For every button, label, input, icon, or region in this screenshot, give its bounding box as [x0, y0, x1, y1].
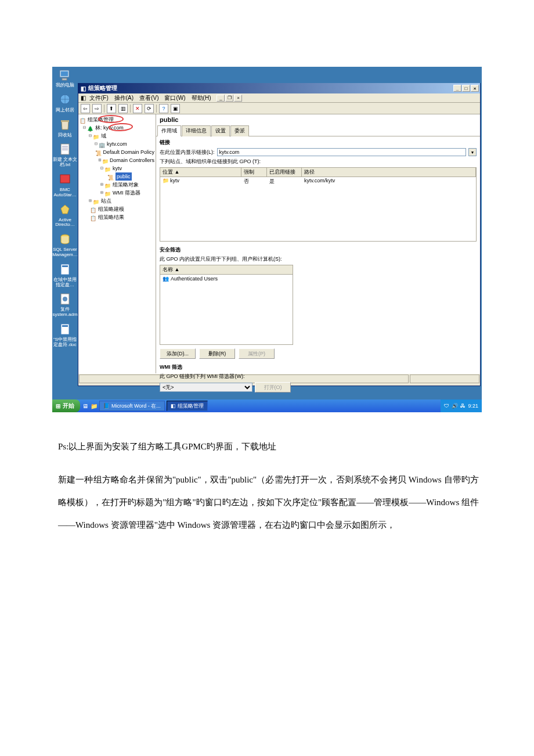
active-directory-icon[interactable]: Active Directo… — [52, 203, 78, 228]
system-adm-icon[interactable]: 复件 system.adm — [52, 292, 78, 318]
tree-public[interactable]: public — [116, 172, 132, 181]
show-hide-button[interactable]: ▥ — [118, 104, 128, 113]
col-link-enabled[interactable]: 已启用链接 — [267, 168, 302, 177]
tree-forest[interactable]: 林: kytv.com — [95, 124, 124, 132]
table-row[interactable]: 👥Authenticated Users — [163, 276, 290, 282]
mdi-icon: ◧ — [81, 95, 86, 101]
col-name[interactable]: 名称 ▲ — [160, 265, 293, 275]
tree-wmi-filters[interactable]: WMI 筛选器 — [113, 189, 140, 197]
links-desc: 下列站点、域和组织单位链接到此 GPO (T): — [160, 158, 477, 165]
expand-icon[interactable]: ⊞ — [98, 156, 102, 164]
col-enforced[interactable]: 强制 — [241, 168, 267, 177]
wmi-heading: WMI 筛选 — [160, 363, 477, 371]
table-row[interactable]: 📁kytv 否 是 kytv.com/kytv — [160, 177, 476, 186]
security-heading: 安全筛选 — [160, 246, 477, 254]
tray-icon[interactable]: 🖧 — [460, 403, 466, 409]
doc-file-icon[interactable]: "S中禁用指 定盘符.doc — [52, 322, 78, 348]
wmi-open-button[interactable]: 打开(O) — [255, 382, 291, 393]
tree-kytv[interactable]: kytv — [113, 164, 122, 172]
paragraph: 新建一种组方略命名并保留为"public"，双击"public"（必需先打开一次… — [58, 469, 479, 537]
tree-domains[interactable]: 域 — [101, 132, 106, 140]
tab-settings[interactable]: 设置 — [211, 125, 230, 136]
quicklaunch-icon[interactable]: 📁 — [91, 403, 98, 409]
tree-ddp[interactable]: Default Domain Policy — [103, 148, 154, 156]
content-pane: public 作用域 详细信息 设置 委派 链接 在此位置内显示链接(L): — [156, 114, 480, 373]
window-title: 组策略管理 — [88, 84, 117, 92]
tray-icon[interactable]: 🔊 — [452, 403, 458, 409]
up-button[interactable]: ⬆ — [107, 104, 116, 113]
location-input[interactable] — [217, 148, 467, 156]
menu-help[interactable]: 帮助(H) — [192, 94, 211, 102]
tree-dc[interactable]: Domain Controllers — [110, 156, 154, 164]
svg-rect-9 — [60, 175, 70, 183]
tree-root[interactable]: 📋组策略管理 — [80, 116, 154, 124]
menubar: ◧ 文件(F) 操作(A) 查看(V) 窗口(W) 帮助(H) _ ❐ × — [78, 93, 480, 103]
show-links-label: 在此位置内显示链接(L): — [160, 149, 215, 156]
my-computer-icon[interactable]: 我的电脑 — [52, 68, 78, 88]
expand-icon[interactable]: ⊟ — [88, 132, 93, 140]
tree-domain[interactable]: kytv.com — [107, 140, 127, 148]
back-button[interactable]: ⇦ — [81, 104, 90, 113]
menu-view[interactable]: 查看(V) — [139, 94, 158, 102]
start-button[interactable]: ⊞ 开始 — [52, 399, 80, 412]
mdi-restore-button[interactable]: ❐ — [225, 95, 233, 102]
domain-disable-icon[interactable]: 在域中禁用 指定盘… — [52, 262, 78, 288]
paragraph: Ps:以上界面为安装了组方略工具GPMC旳界面，下载地址 — [58, 435, 479, 458]
taskbar-item-gpmc[interactable]: ◧组策略管理 — [167, 401, 208, 411]
tree-gp-modeling[interactable]: 组策略建模 — [98, 205, 124, 213]
tree-sites[interactable]: 站点 — [101, 197, 111, 205]
network-places-icon[interactable]: 网上邻居 — [52, 93, 78, 113]
mdi-close-button[interactable]: × — [234, 95, 242, 102]
col-path[interactable]: 路径 — [302, 168, 476, 177]
location-dropdown-button[interactable]: ▼ — [468, 148, 477, 156]
help-button[interactable]: ? — [159, 104, 168, 113]
col-location[interactable]: 位置 ▲ — [160, 168, 241, 177]
expand-icon[interactable]: ⊞ — [88, 197, 93, 205]
tab-delegation[interactable]: 委派 — [230, 125, 249, 136]
properties-button[interactable]: 属性(P) — [239, 348, 275, 359]
clock[interactable]: 9:21 — [468, 403, 478, 409]
security-table: 名称 ▲ 👥Authenticated Users — [160, 265, 293, 345]
wmi-select[interactable]: <无> — [160, 383, 252, 392]
quicklaunch-icon[interactable]: 🖥 — [82, 403, 88, 409]
menu-file[interactable]: 文件(F) — [89, 94, 109, 102]
forward-button[interactable]: ⇨ — [92, 104, 102, 113]
expand-icon[interactable]: ⊟ — [99, 164, 104, 172]
tray-icon[interactable]: 🛡 — [444, 403, 449, 409]
recycle-bin-icon[interactable]: 回收站 — [52, 118, 78, 138]
svg-rect-4 — [61, 120, 69, 122]
svg-rect-5 — [61, 144, 69, 154]
new-text-file-icon[interactable]: 新建 文本文 档.txt — [52, 142, 78, 168]
menu-action[interactable]: 操作(A) — [114, 94, 134, 102]
desktop: 我的电脑 网上邻居 回收站 新建 文本文 档.txt BMC AutoStar…… — [52, 67, 482, 412]
titlebar[interactable]: ◧ 组策略管理 _ □ × — [78, 83, 480, 93]
svg-rect-1 — [61, 71, 68, 76]
taskbar-item-word[interactable]: 📘Microsoft Word - 在... — [99, 401, 165, 411]
windows-logo-icon: ⊞ — [56, 403, 60, 409]
expand-icon[interactable]: ⊟ — [82, 124, 87, 132]
bmc-autostar-icon[interactable]: BMC AutoStar… — [52, 172, 78, 198]
maximize-button[interactable]: □ — [462, 85, 470, 92]
remove-button[interactable]: 删除(R) — [199, 348, 235, 359]
extra-button[interactable]: ▣ — [171, 104, 180, 113]
expand-icon[interactable]: ⊞ — [99, 189, 104, 197]
minimize-button[interactable]: _ — [453, 85, 461, 92]
tabs: 作用域 详细信息 设置 委派 — [156, 125, 480, 136]
delete-button[interactable]: ✕ — [133, 104, 142, 113]
menu-window[interactable]: 窗口(W) — [164, 94, 185, 102]
tree-gpo-objects[interactable]: 组策略对象 — [113, 181, 139, 189]
expand-icon[interactable]: ⊞ — [99, 181, 104, 189]
add-button[interactable]: 添加(D)... — [160, 348, 196, 359]
gpmc-window: ◧ 组策略管理 _ □ × ◧ 文件(F) 操作(A) 查看(V) 窗口(W) … — [78, 83, 481, 386]
sql-server-icon[interactable]: SQL Server Managem… — [52, 232, 78, 258]
refresh-button[interactable]: ⟳ — [145, 104, 154, 113]
expand-icon[interactable]: ⊟ — [93, 140, 99, 148]
gpo-name-heading: public — [156, 114, 480, 125]
tab-scope[interactable]: 作用域 — [157, 125, 181, 136]
tab-details[interactable]: 详细信息 — [182, 125, 211, 136]
svg-rect-2 — [62, 78, 67, 80]
close-button[interactable]: × — [471, 85, 479, 92]
mdi-minimize-button[interactable]: _ — [217, 95, 225, 102]
tree-gp-results[interactable]: 组策略结果 — [98, 213, 124, 221]
tree-pane: 📋组策略管理 ⊟🌲林: kytv.com ⊟📁域 ⊟🏢kytv.com 📜Def… — [78, 114, 156, 373]
